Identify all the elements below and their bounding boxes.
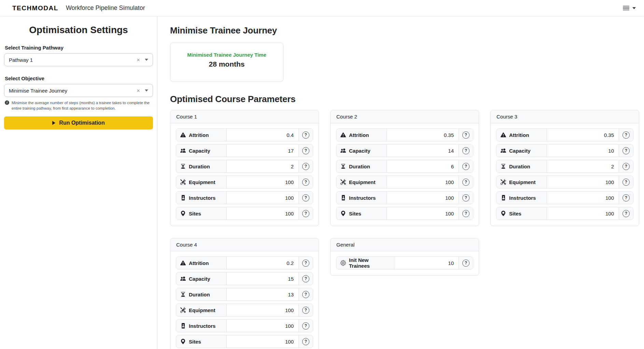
course-card-title: Course 1 xyxy=(170,110,319,123)
help-button[interactable]: ? xyxy=(459,144,473,157)
tools-icon xyxy=(180,307,186,313)
parameter-value-field: 100 xyxy=(547,192,619,204)
help-button[interactable]: ? xyxy=(298,288,313,301)
people-icon xyxy=(340,148,346,153)
objective-select-value: Minimise Trainee Journey xyxy=(9,88,135,94)
parameter-row: Capacity 17 ? xyxy=(176,144,313,157)
gear-icon xyxy=(340,260,346,266)
parameter-value-field: 100 xyxy=(227,176,298,188)
card-course-1: Course 1 Attrition 0.4 ? Capacity 17 ? D… xyxy=(170,110,319,226)
course-card-title: Course 3 xyxy=(491,110,639,123)
parameter-label: Init New Trainees xyxy=(336,257,394,269)
question-icon: ? xyxy=(622,179,630,186)
help-button[interactable]: ? xyxy=(298,192,313,204)
help-button[interactable]: ? xyxy=(459,257,473,269)
parameter-value-field: 15 xyxy=(227,273,298,285)
help-button[interactable]: ? xyxy=(298,304,313,316)
help-button[interactable]: ? xyxy=(298,273,313,285)
question-icon: ? xyxy=(302,338,309,345)
parameter-row: Equipment 100 ? xyxy=(176,176,313,189)
help-button[interactable]: ? xyxy=(298,160,313,172)
instructor-icon xyxy=(501,195,506,200)
course-card-body: Init New Trainees 10 ? xyxy=(331,251,479,275)
parameter-value-field: 100 xyxy=(547,176,619,188)
question-icon: ? xyxy=(622,210,630,217)
menu-button[interactable] xyxy=(623,6,636,11)
parameter-row: Instructors 100 ? xyxy=(336,191,473,204)
help-button[interactable]: ? xyxy=(298,176,313,188)
parameter-row: Duration 6 ? xyxy=(336,160,473,173)
question-icon: ? xyxy=(302,260,309,267)
result-label: Minimised Trainee Journey Time xyxy=(176,52,278,58)
help-button[interactable]: ? xyxy=(619,160,633,172)
parameter-value-field: 10 xyxy=(394,257,459,269)
parameter-label: Duration xyxy=(336,160,387,172)
question-icon: ? xyxy=(462,194,470,201)
help-button[interactable]: ? xyxy=(619,192,633,204)
parameter-value-field: 100 xyxy=(387,176,459,188)
pathway-select[interactable]: Pathway 1 × xyxy=(4,53,153,66)
parameter-value-field: 100 xyxy=(227,207,298,220)
hourglass-icon xyxy=(501,164,506,169)
course-cards-grid: Course 1 Attrition 0.4 ? Capacity 17 ? D… xyxy=(170,110,639,349)
help-button[interactable]: ? xyxy=(298,129,313,141)
parameter-label: Equipment xyxy=(496,176,547,188)
caret-down-icon[interactable] xyxy=(145,59,148,61)
parameter-label: Sites xyxy=(336,207,387,220)
caret-down-icon[interactable] xyxy=(145,89,148,92)
tools-icon xyxy=(180,179,186,185)
question-icon: ? xyxy=(462,163,470,170)
parameter-label: Attrition xyxy=(336,129,387,141)
parameter-value-field: 6 xyxy=(387,160,459,172)
warning-icon xyxy=(180,260,186,266)
help-button[interactable]: ? xyxy=(459,129,473,141)
parameter-value-field: 17 xyxy=(227,144,298,157)
parameter-value-field: 100 xyxy=(387,192,459,204)
parameter-row: Sites 100 ? xyxy=(176,335,313,348)
parameter-row: Sites 100 ? xyxy=(176,207,313,220)
result-card: Minimised Trainee Journey Time 28 months xyxy=(170,43,283,82)
warning-icon xyxy=(340,132,346,138)
parameter-value-field: 13 xyxy=(227,288,298,301)
help-button[interactable]: ? xyxy=(619,176,633,188)
people-icon xyxy=(501,148,506,153)
parameter-label: Equipment xyxy=(176,304,227,316)
parameter-label: Instructors xyxy=(176,320,227,332)
card-general: General Init New Trainees 10 ? xyxy=(330,238,479,276)
help-button[interactable]: ? xyxy=(298,144,313,157)
parameter-value-field: 0.35 xyxy=(387,129,459,141)
question-icon: ? xyxy=(302,179,309,186)
parameter-value-field: 100 xyxy=(227,320,298,332)
help-button[interactable]: ? xyxy=(619,129,633,141)
clear-icon[interactable]: × xyxy=(135,88,141,94)
clear-icon[interactable]: × xyxy=(135,57,141,63)
help-button[interactable]: ? xyxy=(298,335,313,348)
help-button[interactable]: ? xyxy=(619,144,633,157)
help-button[interactable]: ? xyxy=(298,207,313,220)
run-optimisation-button[interactable]: Run Optimisation xyxy=(4,116,153,129)
parameter-row: Capacity 14 ? xyxy=(336,144,473,157)
tools-icon xyxy=(340,179,346,185)
help-button[interactable]: ? xyxy=(298,320,313,332)
objective-select[interactable]: Minimise Trainee Journey × xyxy=(4,84,153,97)
parameter-label: Duration xyxy=(176,160,227,172)
help-button[interactable]: ? xyxy=(298,257,313,269)
question-icon: ? xyxy=(302,275,309,282)
help-button[interactable]: ? xyxy=(619,207,633,220)
objective-description: i Minimise the average number of steps (… xyxy=(5,100,152,111)
parameter-label: Instructors xyxy=(176,192,227,204)
parameter-value-field: 0.4 xyxy=(227,129,298,141)
parameter-row: Init New Trainees 10 ? xyxy=(336,256,473,269)
help-button[interactable]: ? xyxy=(459,176,473,188)
parameter-row: Instructors 100 ? xyxy=(496,191,633,204)
play-icon xyxy=(52,121,55,125)
parameter-value-field: 100 xyxy=(387,207,459,220)
help-button[interactable]: ? xyxy=(459,207,473,220)
help-button[interactable]: ? xyxy=(459,192,473,204)
course-card-body: Attrition 0.2 ? Capacity 15 ? Duration 1… xyxy=(170,251,319,349)
help-button[interactable]: ? xyxy=(459,160,473,172)
parameter-row: Sites 100 ? xyxy=(496,207,633,220)
course-card-title: Course 2 xyxy=(331,110,479,123)
parameter-row: Instructors 100 ? xyxy=(176,319,313,332)
parameter-value-field: 100 xyxy=(227,335,298,348)
